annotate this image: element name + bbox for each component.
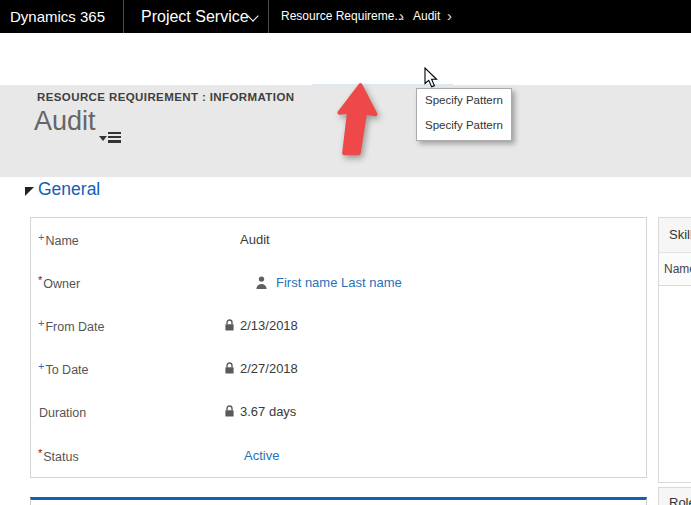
from-date-field-value[interactable]: 2/13/2018 [224,318,298,333]
lock-icon [224,319,235,332]
required-marker: * [38,274,42,286]
breadcrumb-separator-icon: › [447,0,452,32]
entity-type-label: RESOURCE REQUIREMENT : INFORMATION [37,91,294,103]
annotation-arrow [331,82,379,158]
section-title[interactable]: General [38,179,100,200]
breadcrumb-separator-icon: › [399,0,404,32]
field-label: Duration [39,406,86,420]
tooltip-description: Specify Pattern [425,119,503,131]
breadcrumb-entity[interactable]: Resource Requireme... [281,0,404,33]
recommended-marker: + [38,317,44,329]
field-label: Name [45,234,78,248]
general-fields: +Name Audit *Owner First name Last name … [30,217,647,478]
field-row-duration: Duration 3.67 days [31,390,646,433]
tooltip-title: Specify Pattern [425,94,503,106]
duration-field-value[interactable]: 3.67 days [224,404,296,419]
form-selector-caret-icon[interactable] [99,136,107,141]
skills-subgrid: Skills Name [658,217,691,483]
recommended-marker: + [38,360,44,372]
command-bar: NEW COPY DEACTIVATE BOOK SPECIFY [0,33,691,85]
field-row-name: +Name Audit [31,218,646,261]
form-selector-menu-icon[interactable] [108,132,121,143]
lock-icon [224,362,235,375]
name-field-value[interactable]: Audit [224,232,270,247]
skills-panel-title: Skills [659,218,691,253]
field-label: From Date [45,320,104,334]
person-icon [255,276,268,289]
field-label: To Date [45,363,88,377]
recommended-marker: + [38,231,44,243]
chevron-down-icon[interactable] [247,10,258,21]
skills-column-header[interactable]: Name [659,253,691,286]
field-label: Status [43,450,78,464]
lock-icon [224,405,235,418]
mouse-cursor-icon [424,67,438,89]
record-title: Audit [34,106,96,137]
section-collapse-icon[interactable] [25,187,34,196]
specify-pattern-tooltip: Specify Pattern Specify Pattern [416,88,512,141]
field-row-to-date: +To Date 2/27/2018 [31,347,646,390]
nav-divider [268,0,269,33]
required-marker: * [38,447,42,459]
top-navigation-bar: Dynamics 365 Project Service Resource Re… [0,0,691,33]
owner-field-value[interactable]: First name Last name [224,275,402,290]
breadcrumb-record[interactable]: Audit [413,0,440,33]
nav-divider [123,0,124,33]
app-switcher[interactable]: Project Service [141,0,249,33]
field-row-from-date: +From Date 2/13/2018 [31,304,646,347]
field-row-status: *Status Active [31,433,646,476]
owner-link[interactable]: First name Last name [276,275,402,290]
field-label: Owner [43,277,80,291]
next-section-stub [30,497,647,505]
dynamics-logo[interactable]: Dynamics 365 [10,0,105,33]
status-field-value[interactable]: Active [244,448,279,463]
to-date-field-value[interactable]: 2/27/2018 [224,361,298,376]
roles-subgrid-title: Roles [658,487,691,505]
field-row-owner: *Owner First name Last name [31,261,646,304]
